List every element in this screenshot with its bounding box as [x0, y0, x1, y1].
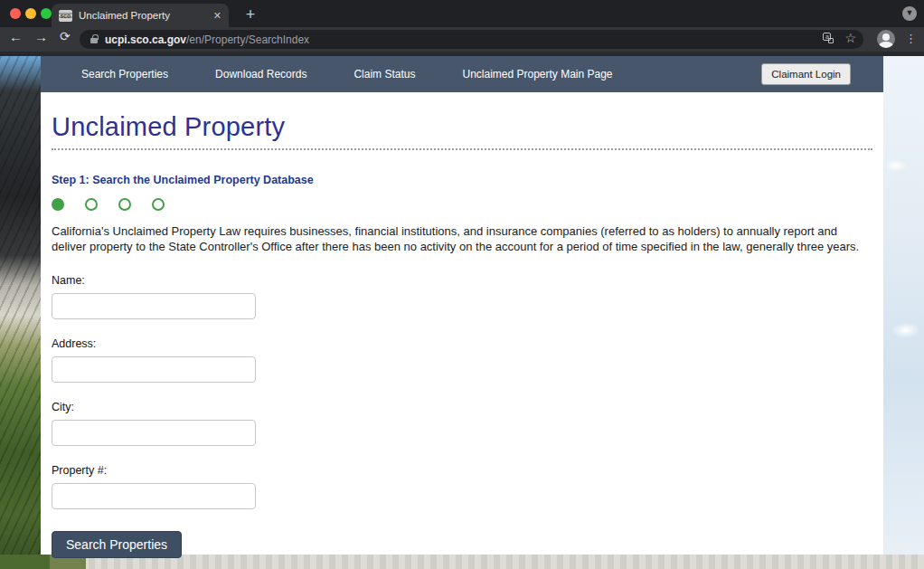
claimant-login-button[interactable]: Claimant Login — [761, 63, 851, 85]
nav-link-download-records[interactable]: Download Records — [215, 68, 306, 81]
browser-menu-icon[interactable]: ⋮ — [905, 30, 917, 48]
browser-toolbar: ← → ⟳ ucpi.sco.ca.gov/en/Property/Search… — [0, 27, 924, 52]
browser-tab-strip: SCO Unclaimed Property ✕ + ▼ — [0, 0, 924, 27]
name-label: Name: — [52, 274, 872, 287]
close-window-button[interactable] — [10, 8, 21, 19]
zoom-window-button[interactable] — [41, 8, 52, 19]
url-path: /en/Property/SearchIndex — [186, 33, 309, 46]
address-label: Address: — [52, 337, 872, 350]
background-image-right — [883, 56, 924, 555]
address-bar[interactable]: ucpi.sco.ca.gov/en/Property/SearchIndex … — [80, 30, 863, 49]
step-dot-1 — [52, 198, 64, 211]
page-url: ucpi.sco.ca.gov/en/Property/SearchIndex — [105, 33, 309, 46]
search-form: Name: Address: City: Property #: Search … — [52, 274, 872, 558]
step-dot-3 — [118, 198, 131, 211]
sco-favicon-icon: SCO — [59, 10, 72, 22]
nav-link-main-page[interactable]: Unclaimed Property Main Page — [462, 68, 612, 81]
address-input[interactable] — [52, 356, 256, 383]
city-label: City: — [52, 401, 872, 413]
minimize-window-button[interactable] — [25, 8, 36, 19]
close-tab-icon[interactable]: ✕ — [213, 10, 222, 22]
page-title: Unclaimed Property — [52, 112, 872, 150]
intro-paragraph: California's Unclaimed Property Law requ… — [52, 224, 872, 254]
step-dot-4 — [152, 198, 165, 211]
tab-search-button[interactable]: ▼ — [902, 6, 917, 21]
name-input[interactable] — [52, 293, 256, 319]
nav-link-search-properties[interactable]: Search Properties — [81, 68, 168, 81]
city-input[interactable] — [52, 420, 256, 446]
nav-link-claim-status[interactable]: Claim Status — [354, 68, 415, 81]
search-properties-button[interactable]: Search Properties — [52, 531, 182, 558]
reload-icon[interactable]: ⟳ — [60, 29, 71, 43]
back-icon[interactable]: ← — [9, 29, 23, 44]
new-tab-button[interactable]: + — [240, 5, 261, 26]
profile-avatar-icon[interactable] — [877, 30, 895, 48]
property-number-input[interactable] — [52, 483, 256, 509]
step-dot-2 — [85, 198, 98, 211]
site-navbar: Search Properties Download Records Claim… — [41, 56, 883, 92]
browser-tab[interactable]: SCO Unclaimed Property ✕ — [52, 4, 229, 27]
url-domain: ucpi.sco.ca.gov — [105, 33, 186, 46]
secure-lock-icon — [90, 38, 98, 43]
tab-title: Unclaimed Property — [79, 10, 208, 21]
main-content: Unclaimed Property Step 1: Search the Un… — [41, 92, 883, 555]
step-indicator — [52, 198, 872, 211]
property-number-label: Property #: — [52, 464, 872, 477]
step-heading: Step 1: Search the Unclaimed Property Da… — [52, 174, 872, 186]
page-viewport: Search Properties Download Records Claim… — [0, 56, 924, 569]
background-image-left — [0, 56, 41, 555]
translate-icon[interactable]: a — [823, 33, 834, 43]
forward-icon[interactable]: → — [34, 29, 48, 44]
bookmark-star-icon[interactable]: ☆ — [844, 32, 856, 44]
